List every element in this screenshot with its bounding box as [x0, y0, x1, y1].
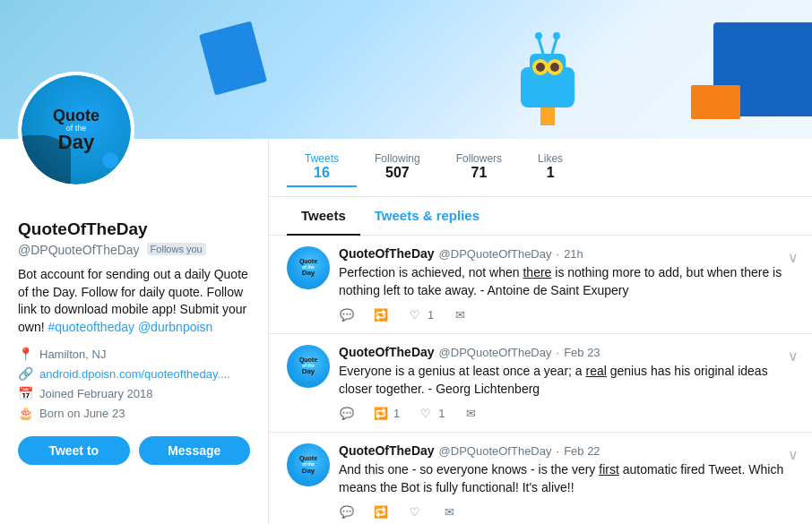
tweet-like-2[interactable]: ♡ 1 — [418, 405, 445, 421]
svg-rect-10 — [540, 107, 555, 125]
tweet-retweet-3[interactable]: 🔁 — [373, 504, 389, 520]
tweet-reply-1[interactable]: 💬 — [339, 306, 355, 322]
reply-icon-2: 💬 — [339, 405, 355, 421]
stat-following-value: 507 — [385, 165, 410, 181]
follows-you-badge: Follows you — [147, 243, 206, 255]
stat-likes[interactable]: Likes 1 — [520, 148, 581, 187]
bird-icon — [102, 152, 118, 168]
stat-followers[interactable]: Followers 71 — [438, 148, 520, 187]
stat-likes-label: Likes — [538, 152, 563, 165]
tweet-text-2: Everyone is a genius at least once a yea… — [339, 363, 794, 398]
tweet-to-button[interactable]: Tweet to — [18, 436, 130, 465]
svg-line-6 — [539, 39, 543, 54]
tweet-reply-2[interactable]: 💬 — [339, 405, 355, 421]
tweet-dm-2[interactable]: ✉ — [462, 405, 479, 421]
tweet-handle-2: @DPQuoteOfTheDay — [439, 346, 552, 359]
tweet-avatar-2: Quote of the Day — [287, 345, 330, 388]
stat-followers-value: 71 — [471, 165, 488, 181]
calendar-icon: 📅 — [18, 386, 32, 400]
tweet-actions-2: 💬 🔁 1 ♡ 1 ✉ — [339, 405, 794, 421]
tweet-time-2: Feb 23 — [564, 346, 600, 359]
banner-left-shape — [199, 21, 267, 95]
tweet-retweet-count-2: 1 — [393, 407, 400, 420]
message-button[interactable]: Message — [139, 436, 251, 465]
retweet-icon-3: 🔁 — [373, 504, 389, 520]
stat-tweets-label: Tweets — [305, 152, 339, 165]
profile-meta: 📍 Hamilton, NJ 🔗 android.dpoisn.com/quot… — [18, 347, 250, 420]
tweet-dot-3: · — [557, 444, 560, 458]
heart-icon: ♡ — [407, 306, 423, 322]
tabs-bar: Tweets Tweets & replies — [269, 197, 812, 236]
stat-tweets[interactable]: Tweets 16 — [287, 148, 357, 187]
location-icon: 📍 — [18, 347, 32, 361]
tweet-retweet-2[interactable]: 🔁 1 — [373, 405, 400, 421]
tweet-time-3: Feb 22 — [564, 444, 600, 458]
tweet-chevron-3[interactable]: ∨ — [788, 446, 799, 463]
tweet-handle-1: @DPQuoteOfTheDay — [439, 247, 552, 261]
tweet-dot-1: · — [557, 247, 560, 261]
tweet-header-2: QuoteOfTheDay @DPQuoteOfTheDay · Feb 23 — [339, 345, 794, 359]
tweet-body-2: QuoteOfTheDay @DPQuoteOfTheDay · Feb 23 … — [339, 345, 794, 421]
tab-tweets-replies[interactable]: Tweets & replies — [360, 197, 494, 236]
link-icon: 🔗 — [18, 366, 32, 381]
robot-illustration — [489, 4, 606, 134]
tweet-handle-3: @DPQuoteOfTheDay — [439, 444, 552, 458]
tweet-reply-3[interactable]: 💬 — [339, 504, 355, 520]
tweet-dm-3[interactable]: ✉ — [441, 504, 457, 520]
tweet-list: Quote of the Day QuoteOfTheDay @DPQuoteO… — [269, 236, 812, 524]
profile-actions: Tweet to Message — [18, 436, 250, 465]
tweet-text-3: And this one - so everyone knows - is th… — [339, 461, 794, 496]
svg-point-5 — [550, 63, 559, 72]
heart-icon-2: ♡ — [418, 405, 434, 421]
tweet-header-3: QuoteOfTheDay @DPQuoteOfTheDay · Feb 22 — [339, 443, 794, 458]
svg-point-7 — [535, 32, 542, 39]
main-content: Tweets 16 Following 507 Followers 71 Lik… — [269, 139, 812, 524]
svg-point-9 — [553, 32, 560, 39]
tweet-username-1: QuoteOfTheDay — [339, 246, 435, 261]
profile-header: Quote of the Day — [0, 0, 812, 139]
heart-icon-3: ♡ — [407, 504, 423, 520]
tweet-like-count-1: 1 — [428, 308, 434, 322]
tweet-avatar-1: Quote of the Day — [287, 246, 330, 289]
profile-mention[interactable]: @durbnpoisn — [138, 320, 213, 334]
tweet-retweet-1[interactable]: 🔁 — [373, 306, 389, 322]
tab-tweets[interactable]: Tweets — [287, 197, 360, 236]
tweet-avatar-3: Quote of the Day — [287, 443, 330, 486]
profile-sidebar: QuoteOfTheDay @DPQuoteOfTheDay Follows y… — [0, 139, 269, 524]
retweet-icon-2: 🔁 — [373, 405, 389, 421]
stat-tweets-value: 16 — [314, 165, 330, 181]
tweet-username-3: QuoteOfTheDay — [339, 443, 435, 458]
svg-point-4 — [536, 63, 545, 72]
birthday-icon: 🎂 — [18, 406, 32, 420]
tweet-chevron-2[interactable]: ∨ — [788, 348, 799, 365]
meta-birthday: 🎂 Born on June 23 — [18, 406, 250, 420]
tweet-dot-2: · — [557, 346, 560, 359]
tweet-item-2: Quote of the Day QuoteOfTheDay @DPQuoteO… — [269, 334, 812, 433]
profile-hashtag[interactable]: #quoteoftheday — [48, 320, 134, 334]
tweet-item: Quote of the Day QuoteOfTheDay @DPQuoteO… — [269, 236, 812, 334]
stats-bar: Tweets 16 Following 507 Followers 71 Lik… — [269, 139, 812, 197]
tweet-body-1: QuoteOfTheDay @DPQuoteOfTheDay · 21h Per… — [339, 246, 794, 322]
tweet-chevron-1[interactable]: ∨ — [788, 249, 799, 266]
tweet-text-1: Perfection is achieved, not when there i… — [339, 264, 794, 299]
profile-bio: Bot account for sending out a daily Quot… — [18, 266, 250, 336]
tweet-item-3: Quote of the Day QuoteOfTheDay @DPQuoteO… — [269, 433, 812, 524]
tweet-like-1[interactable]: ♡ 1 — [407, 306, 434, 322]
tweet-dm-1[interactable]: ✉ — [452, 306, 468, 322]
stat-following-label: Following — [375, 152, 420, 165]
tweet-like-3[interactable]: ♡ — [407, 504, 423, 520]
tweet-header-1: QuoteOfTheDay @DPQuoteOfTheDay · 21h — [339, 246, 794, 261]
tweet-body-3: QuoteOfTheDay @DPQuoteOfTheDay · Feb 22 … — [339, 443, 794, 520]
mail-icon-2: ✉ — [462, 405, 479, 421]
profile-name: QuoteOfTheDay — [18, 219, 250, 239]
stat-likes-value: 1 — [547, 165, 555, 181]
meta-location: 📍 Hamilton, NJ — [18, 347, 250, 361]
meta-website[interactable]: 🔗 android.dpoisn.com/quoteoftheday.... — [18, 366, 250, 381]
meta-joined: 📅 Joined February 2018 — [18, 386, 250, 400]
stat-following[interactable]: Following 507 — [357, 148, 438, 187]
stat-followers-label: Followers — [456, 152, 502, 165]
reply-icon-3: 💬 — [339, 504, 355, 520]
tweet-username-2: QuoteOfTheDay — [339, 345, 435, 359]
tweet-actions-3: 💬 🔁 ♡ ✉ — [339, 504, 794, 520]
content-area: QuoteOfTheDay @DPQuoteOfTheDay Follows y… — [0, 139, 812, 524]
